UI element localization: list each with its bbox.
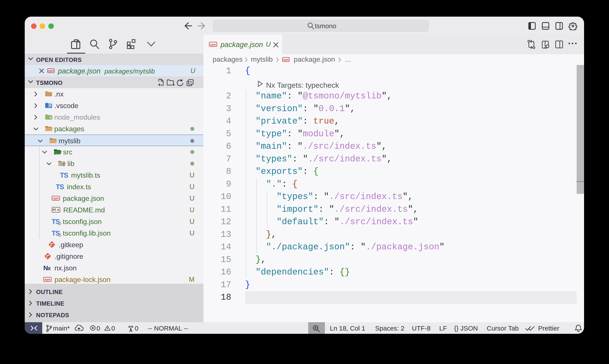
svg-text:npm: npm xyxy=(283,58,288,61)
svg-text:JS: JS xyxy=(50,117,52,119)
svg-text:npm: npm xyxy=(53,197,59,200)
svg-text:npm: npm xyxy=(45,278,50,281)
svg-text:npm: npm xyxy=(210,43,216,46)
svg-text:</>: </> xyxy=(54,153,59,155)
